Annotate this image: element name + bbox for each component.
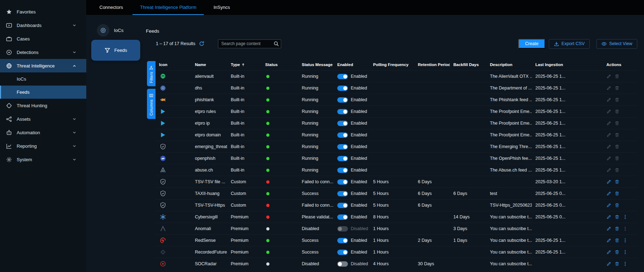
column-header-last-ingestion[interactable]: Last Ingestion bbox=[532, 62, 603, 67]
enabled-toggle[interactable] bbox=[337, 156, 348, 161]
enabled-toggle[interactable] bbox=[337, 97, 348, 103]
edit-icon[interactable] bbox=[606, 74, 611, 79]
search-input[interactable] bbox=[218, 39, 281, 48]
delete-icon[interactable] bbox=[615, 156, 620, 161]
table-row[interactable]: abuse.chBuilt-inRunningEnabledThe Abuse.… bbox=[155, 164, 637, 176]
edit-icon[interactable] bbox=[606, 132, 611, 137]
enabled-toggle[interactable] bbox=[337, 191, 348, 196]
enabled-toggle[interactable] bbox=[337, 109, 348, 114]
subnav-iocs-button[interactable]: IoCs bbox=[97, 24, 124, 37]
delete-icon[interactable] bbox=[615, 86, 620, 91]
table-row[interactable]: SOCRadarPremiumDisabledDisabled4 Hours30… bbox=[155, 258, 637, 270]
enabled-toggle[interactable] bbox=[337, 261, 348, 267]
column-header-status[interactable]: Status bbox=[262, 62, 298, 67]
enabled-toggle[interactable] bbox=[337, 144, 348, 149]
delete-icon[interactable] bbox=[615, 144, 620, 149]
create-button[interactable]: Create bbox=[518, 39, 545, 49]
sidebar-subitem-iocs[interactable]: IoCs bbox=[0, 72, 86, 86]
sidebar-item-reporting[interactable]: Reporting bbox=[0, 139, 86, 153]
delete-icon[interactable] bbox=[615, 250, 620, 255]
more-icon[interactable] bbox=[623, 226, 628, 231]
table-row[interactable]: AnomaliPremiumDisabledDisabled1 Hours3 D… bbox=[155, 223, 637, 234]
delete-icon[interactable] bbox=[615, 74, 620, 79]
table-row[interactable]: openphishBuilt-inRunningEnabledThe OpenP… bbox=[155, 152, 637, 164]
sidebar-item-threat-intelligence[interactable]: Threat Intelligence bbox=[0, 59, 86, 72]
iocs-circle[interactable] bbox=[97, 24, 109, 37]
enabled-toggle[interactable] bbox=[337, 121, 348, 126]
delete-icon[interactable] bbox=[615, 132, 620, 137]
columns-tab[interactable]: Columns bbox=[147, 89, 155, 119]
edit-icon[interactable] bbox=[606, 97, 611, 102]
more-icon[interactable] bbox=[623, 238, 628, 243]
delete-icon[interactable] bbox=[615, 238, 620, 243]
delete-icon[interactable] bbox=[615, 214, 620, 219]
sidebar-item-assets[interactable]: Assets bbox=[0, 112, 86, 126]
enabled-toggle[interactable] bbox=[337, 179, 348, 185]
edit-icon[interactable] bbox=[606, 144, 611, 149]
edit-icon[interactable] bbox=[606, 261, 611, 266]
more-icon[interactable] bbox=[623, 250, 628, 255]
delete-icon[interactable] bbox=[615, 226, 620, 231]
table-row[interactable]: phishtankBuilt-inRunningEnabledThe Phish… bbox=[155, 94, 637, 105]
delete-icon[interactable] bbox=[615, 109, 620, 114]
tab-threat-intelligence-platform[interactable]: Threat Intelligence Platform bbox=[132, 0, 204, 15]
edit-icon[interactable] bbox=[606, 191, 611, 196]
sidebar-item-automation[interactable]: Automation bbox=[0, 126, 86, 139]
column-header-name[interactable]: Name bbox=[191, 62, 227, 67]
edit-icon[interactable] bbox=[606, 168, 611, 173]
table-row[interactable]: alienvaultBuilt-inRunningEnabledThe Alie… bbox=[155, 70, 637, 82]
table-row[interactable]: TSV-TSV file ...CustomFailed to conn...E… bbox=[155, 176, 637, 187]
column-header-polling-frequency[interactable]: Polling Frequency bbox=[370, 62, 414, 67]
table-row[interactable]: emerging_threatBuilt-inRunningEnabledThe… bbox=[155, 141, 637, 152]
refresh-icon[interactable] bbox=[199, 41, 204, 47]
column-header-type[interactable]: Type bbox=[227, 62, 262, 67]
export-csv-button[interactable]: Export CSV bbox=[549, 39, 590, 49]
select-view-button[interactable]: Select View bbox=[596, 39, 637, 49]
sidebar-item-cases[interactable]: Cases bbox=[0, 32, 86, 45]
search-icon[interactable] bbox=[273, 41, 279, 47]
enabled-toggle[interactable] bbox=[337, 132, 348, 138]
edit-icon[interactable] bbox=[606, 214, 611, 219]
sidebar-item-detections[interactable]: Detections bbox=[0, 45, 86, 59]
delete-icon[interactable] bbox=[615, 168, 620, 173]
table-row[interactable]: etpro rulesBuilt-inRunningEnabledThe Pro… bbox=[155, 105, 637, 117]
enabled-toggle[interactable] bbox=[337, 238, 348, 243]
edit-icon[interactable] bbox=[606, 203, 611, 208]
sidebar-item-system[interactable]: System bbox=[0, 153, 86, 166]
enabled-toggle[interactable] bbox=[337, 74, 348, 79]
enabled-toggle[interactable] bbox=[337, 226, 348, 232]
edit-icon[interactable] bbox=[606, 250, 611, 255]
edit-icon[interactable] bbox=[606, 238, 611, 243]
table-row[interactable]: etpro domainBuilt-inRunningEnabledThe Pr… bbox=[155, 129, 637, 141]
table-row[interactable]: TAXII-huangCustomSuccessEnabled5 Hours6 … bbox=[155, 187, 637, 199]
sidebar-item-dashboards[interactable]: Dashboards bbox=[0, 18, 86, 32]
edit-icon[interactable] bbox=[606, 226, 611, 231]
enabled-toggle[interactable] bbox=[337, 250, 348, 255]
delete-icon[interactable] bbox=[615, 179, 620, 184]
subnav-feeds-button[interactable]: Feeds bbox=[91, 40, 140, 61]
column-header-status-message[interactable]: Status Message bbox=[298, 62, 334, 67]
filters-tab[interactable]: Filters bbox=[147, 61, 155, 86]
column-header-actions[interactable]: Actions bbox=[603, 62, 637, 67]
more-icon[interactable] bbox=[623, 261, 628, 266]
sidebar-item-threat-hunting[interactable]: Threat Hunting bbox=[0, 99, 86, 112]
table-row[interactable]: etpro ipBuilt-inRunningEnabledThe Proofp… bbox=[155, 117, 637, 129]
delete-icon[interactable] bbox=[615, 97, 620, 102]
more-icon[interactable] bbox=[623, 214, 628, 219]
column-header-backfill-days[interactable]: Backfill Days bbox=[450, 62, 486, 67]
edit-icon[interactable] bbox=[606, 179, 611, 184]
column-header-icon[interactable]: Icon bbox=[155, 62, 191, 67]
column-header-description[interactable]: Description bbox=[486, 62, 532, 67]
delete-icon[interactable] bbox=[615, 191, 620, 196]
enabled-toggle[interactable] bbox=[337, 168, 348, 173]
delete-icon[interactable] bbox=[615, 261, 620, 266]
enabled-toggle[interactable] bbox=[337, 214, 348, 220]
table-row[interactable]: dhsBuilt-inRunningEnabledThe Department … bbox=[155, 82, 637, 94]
edit-icon[interactable] bbox=[606, 156, 611, 161]
column-header-enabled[interactable]: Enabled bbox=[334, 62, 370, 67]
table-row[interactable]: CybersixgillPremiumPlease validat...Enab… bbox=[155, 211, 637, 223]
edit-icon[interactable] bbox=[606, 121, 611, 126]
tab-connectors[interactable]: Connectors bbox=[92, 0, 130, 15]
table-row[interactable]: RedSensePremiumSuccessEnabled1 Hours2 Da… bbox=[155, 234, 637, 246]
delete-icon[interactable] bbox=[615, 203, 620, 208]
